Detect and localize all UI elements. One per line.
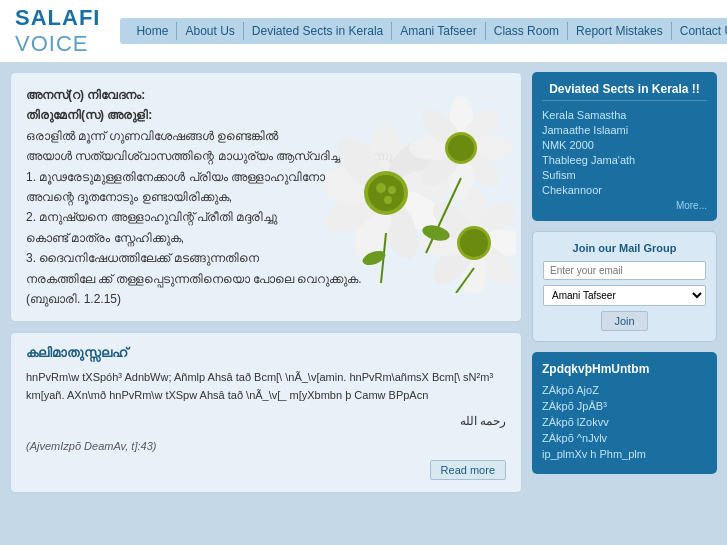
list-item: Jamaathe Islaami <box>542 124 707 136</box>
svg-point-11 <box>376 183 386 193</box>
bottom-text: hnPvRm\w tXSpóh³ AdnbWw; Añmlp Ahsâ tað … <box>26 369 506 404</box>
sects-jamaathe[interactable]: Jamaathe Islaami <box>542 124 707 136</box>
list-item: Sufism <box>542 169 707 181</box>
read-more-button[interactable]: Read more <box>430 460 506 480</box>
logo-salafi: SALAFI <box>15 5 100 30</box>
bottom-ref: (AjvemIzpõ DeamAv, t]:43) <box>26 440 506 452</box>
list-item: ZÀkpõ lZokvv <box>542 416 707 428</box>
nav-tafseer[interactable]: Amani Tafseer <box>392 22 485 40</box>
main-nav: Home About Us Deviated Sects in Kerala A… <box>120 18 727 44</box>
list-item: ZÀkpõ JpÂB³ <box>542 400 707 412</box>
nav-about[interactable]: About Us <box>177 22 243 40</box>
rb-item-2[interactable]: ZÀkpõ JpÂB³ <box>542 400 707 412</box>
right-bottom-list: ZÀkpõ AjoZ ZÀkpõ JpÂB³ ZÀkpõ lZokvv ZÀkp… <box>542 384 707 460</box>
mail-group: Join our Mail Group Amani Tafseer Join <box>532 231 717 342</box>
list-item: ip_plmXv h Phm_plm <box>542 448 707 460</box>
nav-mistakes[interactable]: Report Mistakes <box>568 22 672 40</box>
nav-classroom[interactable]: Class Room <box>486 22 568 40</box>
header: SALAFI VOICE Home About Us Deviated Sect… <box>0 0 727 62</box>
list-item: ZÀkpõ ^nJvlv <box>542 432 707 444</box>
rb-item-5[interactable]: ip_plmXv h Phm_plm <box>542 448 707 460</box>
svg-point-13 <box>384 196 392 204</box>
svg-point-33 <box>460 229 488 257</box>
right-bottom-box: ZpdqkvþHmUntbm ZÀkpõ AjoZ ZÀkpõ JpÂB³ ZÀ… <box>532 352 717 474</box>
top-section: അനസ്(റ) നിവേദനം: തിരുമേനി(സ) അരുളി: ഒരാള… <box>10 72 522 322</box>
sects-chekannoor[interactable]: Chekannoor <box>542 184 707 196</box>
bottom-section: കലിമാതുസ്സലഹ് hnPvRm\w tXSpóh³ AdnbWw; A… <box>10 332 522 492</box>
left-content: അനസ്(റ) നിവേദനം: തിരുമേനി(സ) അരുളി: ഒരാള… <box>10 72 522 493</box>
sects-thableeg[interactable]: Thableeg Jama'ath <box>542 154 707 166</box>
list-item: Kerala Samastha <box>542 109 707 121</box>
join-button[interactable]: Join <box>601 311 647 331</box>
list-item: NMK 2000 <box>542 139 707 151</box>
svg-point-10 <box>368 175 404 211</box>
bottom-arabic: رحمه الله <box>26 412 506 431</box>
sects-kerala-samastha[interactable]: Kerala Samastha <box>542 109 707 121</box>
nav-sects[interactable]: Deviated Sects in Kerala <box>244 22 392 40</box>
list-item: ZÀkpõ AjoZ <box>542 384 707 396</box>
nav-contact[interactable]: Contact Us <box>672 22 727 40</box>
mail-group-title: Join our Mail Group <box>543 242 706 254</box>
svg-point-12 <box>388 186 396 194</box>
rb-item-1[interactable]: ZÀkpõ AjoZ <box>542 384 707 396</box>
sects-title: Deviated Sects in Kerala !! <box>542 82 707 101</box>
flower-decoration <box>321 73 521 303</box>
list-item: Chekannoor <box>542 184 707 196</box>
right-bottom-title: ZpdqkvþHmUntbm <box>542 362 707 376</box>
bottom-title: കലിമാതുസ്സലഹ് <box>26 345 506 361</box>
site-logo: SALAFI VOICE <box>15 5 100 57</box>
rb-item-4[interactable]: ZÀkpõ ^nJvlv <box>542 432 707 444</box>
mail-select[interactable]: Amani Tafseer <box>543 285 706 306</box>
sects-nmk[interactable]: NMK 2000 <box>542 139 707 151</box>
sects-list: Kerala Samastha Jamaathe Islaami NMK 200… <box>542 109 707 196</box>
list-item: Thableeg Jama'ath <box>542 154 707 166</box>
flower-svg <box>326 83 516 293</box>
sects-sufism[interactable]: Sufism <box>542 169 707 181</box>
sects-box: Deviated Sects in Kerala !! Kerala Samas… <box>532 72 717 221</box>
sects-more-link[interactable]: More... <box>542 200 707 211</box>
right-sidebar: Deviated Sects in Kerala !! Kerala Samas… <box>532 72 717 493</box>
svg-point-23 <box>448 135 474 161</box>
rb-item-3[interactable]: ZÀkpõ lZokvv <box>542 416 707 428</box>
email-input[interactable] <box>543 261 706 280</box>
main-area: അനസ്(റ) നിവേദനം: തിരുമേനി(സ) അരുളി: ഒരാള… <box>0 62 727 503</box>
logo-voice: VOICE <box>15 31 88 56</box>
nav-home[interactable]: Home <box>128 22 177 40</box>
